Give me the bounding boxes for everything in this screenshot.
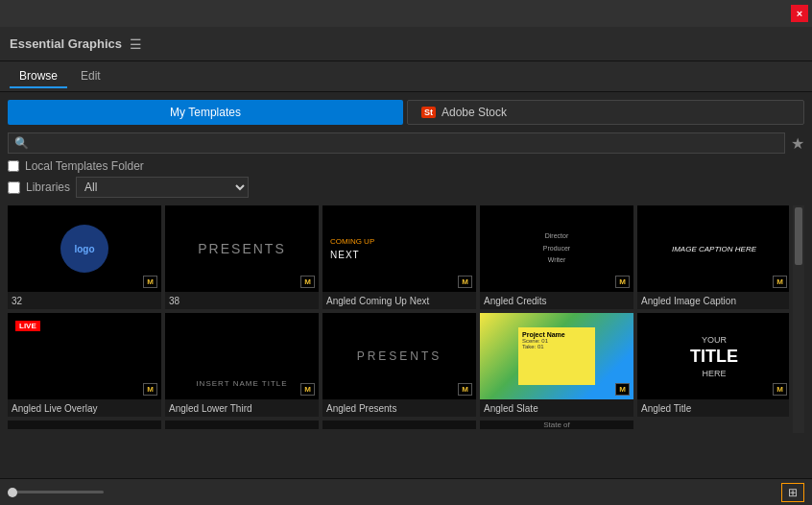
- mogrt-badge-image-caption: M: [773, 276, 787, 288]
- template-card-32[interactable]: logo M 32: [8, 205, 161, 309]
- thumb-live-overlay: LIVE: [8, 313, 161, 399]
- adobe-stock-button[interactable]: St Adobe Stock: [407, 100, 804, 125]
- template-card-coming-up[interactable]: COMING UP NEXT M Angled Coming Up Next: [322, 205, 476, 309]
- mogrt-badge-presents: M: [458, 383, 472, 396]
- adobe-stock-label: Adobe Stock: [442, 106, 507, 119]
- mogrt-badge-coming-up: M: [458, 276, 472, 288]
- stock-logo: St: [421, 107, 436, 118]
- local-templates-row: Local Templates Folder: [8, 159, 804, 173]
- panel-title: Essential Graphics: [10, 36, 122, 51]
- template-label-presents: Angled Presents: [322, 399, 476, 417]
- coming-up-text: NEXT: [330, 250, 360, 260]
- template-row-1: logo M 32 PRESENTS M 3: [8, 205, 789, 309]
- libraries-select[interactable]: All: [76, 177, 249, 198]
- my-templates-button[interactable]: My Templates: [8, 100, 403, 125]
- thumb-lower-third: INSERT NAME TITLE: [196, 379, 287, 388]
- thumb-title-your: YOUR: [702, 335, 727, 345]
- grid-view-icon: ⊞: [788, 486, 798, 499]
- favorites-icon[interactable]: ★: [791, 134, 804, 153]
- template-row-2: LIVE M Angled Live Overlay INSERT NAME T…: [8, 313, 789, 417]
- local-templates-checkbox[interactable]: [8, 160, 19, 172]
- bottom-bar: ⊞: [0, 478, 812, 505]
- mogrt-badge-32: M: [143, 276, 157, 288]
- mogrt-badge-credits: M: [615, 276, 630, 288]
- template-label-38: 38: [165, 292, 319, 309]
- libraries-label: Libraries: [26, 180, 70, 194]
- template-label-coming-up: Angled Coming Up Next: [322, 292, 476, 309]
- template-card-b1[interactable]: [8, 421, 161, 429]
- template-label-live-overlay: Angled Live Overlay: [8, 399, 161, 417]
- search-wrap: 🔍: [8, 132, 785, 154]
- source-buttons: My Templates St Adobe Stock: [8, 100, 804, 125]
- mogrt-badge-lower-third: M: [300, 383, 315, 396]
- top-bar: ×: [0, 0, 812, 27]
- template-card-image-caption[interactable]: IMAGE CAPTION HERE M Angled Image Captio…: [637, 205, 789, 309]
- template-card-presents[interactable]: PRESENTS M Angled Presents: [322, 313, 476, 417]
- tab-browse[interactable]: Browse: [10, 65, 67, 88]
- tab-edit[interactable]: Edit: [71, 65, 110, 88]
- template-card-38[interactable]: PRESENTS M 38: [165, 205, 319, 309]
- thumb-presents-38: PRESENTS: [198, 241, 285, 256]
- template-card-lower-third[interactable]: INSERT NAME TITLE M Angled Lower Third: [165, 313, 319, 417]
- thumb-presents2: PRESENTS: [357, 349, 442, 363]
- libraries-checkbox[interactable]: [8, 181, 20, 194]
- mogrt-badge-38: M: [300, 276, 315, 288]
- search-row: 🔍 ★: [8, 132, 804, 154]
- menu-icon[interactable]: ☰: [130, 36, 142, 52]
- template-card-title[interactable]: YOUR TITLE HERE M Angled Title: [637, 313, 789, 417]
- close-button[interactable]: ×: [791, 5, 808, 22]
- mogrt-badge-title: M: [773, 383, 787, 396]
- thumb-image-caption: IMAGE CAPTION HERE: [672, 244, 756, 253]
- thumb-title-here: HERE: [702, 369, 726, 378]
- template-label-title: Angled Title: [637, 399, 789, 417]
- template-card-live-overlay[interactable]: LIVE M Angled Live Overlay: [8, 313, 161, 417]
- tabs-bar: Browse Edit: [0, 61, 812, 92]
- template-card-b3[interactable]: [322, 421, 476, 429]
- zoom-slider: [8, 491, 104, 493]
- mogrt-badge-live: M: [143, 383, 157, 396]
- libraries-row: Libraries All: [8, 177, 804, 198]
- template-card-slate[interactable]: Project Name Scene: 01Take: 01 M Angled …: [480, 313, 633, 417]
- content-area: My Templates St Adobe Stock 🔍 ★ Local Te…: [0, 92, 812, 505]
- template-grid-container: logo M 32 PRESENTS M 3: [8, 205, 804, 433]
- search-icon: 🔍: [14, 136, 29, 150]
- template-row-3: State of: [8, 421, 789, 429]
- template-grid: logo M 32 PRESENTS M 3: [8, 205, 789, 433]
- zoom-thumb[interactable]: [8, 488, 17, 497]
- mogrt-badge-slate: M: [615, 383, 630, 396]
- search-input[interactable]: [33, 136, 778, 150]
- template-label-credits: Angled Credits: [480, 292, 633, 309]
- coming-up-tag: COMING UP: [330, 237, 374, 246]
- template-label-lower-third: Angled Lower Third: [165, 399, 319, 417]
- template-label-32: 32: [8, 292, 161, 309]
- zoom-track[interactable]: [8, 491, 104, 493]
- template-card-b2[interactable]: [165, 421, 319, 429]
- template-card-credits[interactable]: DirectorProducerWriter M Angled Credits: [480, 205, 633, 309]
- template-label-slate: Angled Slate: [480, 399, 633, 417]
- template-card-b4[interactable]: State of: [480, 421, 633, 429]
- panel-header: Essential Graphics ☰: [0, 27, 812, 61]
- local-templates-label: Local Templates Folder: [25, 159, 144, 173]
- scrollbar-thumb[interactable]: [795, 207, 802, 265]
- thumb-logo-32: logo: [60, 225, 108, 273]
- grid-view-button[interactable]: ⊞: [781, 483, 804, 502]
- live-badge: LIVE: [15, 321, 40, 331]
- thumb-credits: DirectorProducerWriter: [543, 230, 570, 267]
- panel: Essential Graphics ☰ Browse Edit My Temp…: [0, 27, 812, 505]
- template-label-image-caption: Angled Image Caption: [637, 292, 789, 309]
- thumb-title-main: TITLE: [690, 347, 738, 367]
- scrollbar-track[interactable]: [793, 205, 804, 433]
- thumb-slate: Project Name Scene: 01Take: 01: [480, 313, 633, 399]
